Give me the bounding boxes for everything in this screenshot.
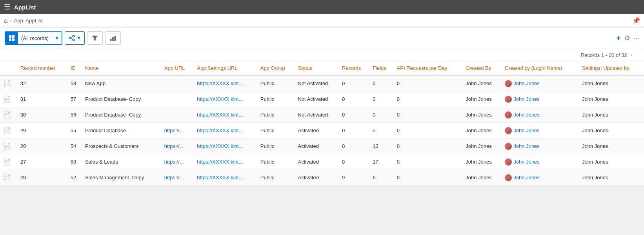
cell-created-by: John Jones — [462, 154, 502, 170]
col-header-app-url[interactable]: App URL — [161, 61, 194, 75]
avatar-link[interactable]: John Jones — [505, 111, 576, 118]
row-doc-icon: 📄 — [3, 80, 11, 87]
table-row: 📄3056Product Database- Copyhttps://XXXXX… — [0, 107, 644, 123]
col-header-app-group[interactable]: App Group — [257, 61, 295, 75]
cell-app-settings-url[interactable]: https://XXXXX.kint... — [194, 138, 257, 154]
avatar-link[interactable]: John Jones — [505, 127, 576, 134]
cell-name: Product Database- Copy — [82, 107, 161, 123]
svg-point-4 — [69, 37, 71, 39]
cell-app-settings-url[interactable]: https://XXXXX.kint... — [194, 154, 257, 170]
cell-app-group: Public — [257, 91, 295, 107]
pin-icon[interactable]: 📌 — [632, 17, 640, 24]
row-doc-icon: 📄 — [3, 158, 11, 165]
cell-status: Not Activated — [295, 107, 339, 123]
cell-name: Product Database — [82, 123, 161, 138]
cell-status: Not Activated — [295, 75, 339, 91]
avatar-link[interactable]: John Jones — [505, 143, 576, 150]
cell-app-url[interactable]: https://... — [161, 123, 194, 138]
view-label: (All records) — [18, 35, 52, 41]
cell-status: Activated — [295, 123, 339, 138]
col-header-name[interactable]: Name — [82, 61, 161, 75]
cell-created-by: John Jones — [462, 123, 502, 138]
cell-api-requests: 0 — [394, 75, 463, 91]
cell-app-settings-url[interactable]: https://XXXXX.kint... — [194, 170, 257, 186]
col-header-updated-by[interactable]: Settings: Updated by — [579, 61, 644, 75]
col-header-id[interactable]: ID — [67, 61, 82, 75]
cell-app-settings-url[interactable]: https://XXXXX.kint... — [194, 107, 257, 123]
avatar-link[interactable]: John Jones — [505, 80, 576, 87]
menu-icon[interactable]: ☰ — [4, 3, 10, 11]
cell-app-url[interactable] — [161, 91, 194, 107]
svg-rect-2 — [9, 38, 11, 41]
cell-updated-by: John Jones — [579, 154, 644, 170]
breadcrumb: ⌂ › App: AppList 📌 — [0, 14, 644, 27]
view-grid-icon — [5, 32, 18, 44]
cell-name: Product Database- Copy — [82, 91, 161, 107]
cell-created-by-login[interactable]: John Jones — [502, 138, 579, 154]
cell-app-url[interactable] — [161, 107, 194, 123]
connect-button[interactable]: ▼ — [65, 31, 85, 45]
cell-app-group: Public — [257, 107, 295, 123]
cell-created-by-login[interactable]: John Jones — [502, 75, 579, 91]
cell-app-group: Public — [257, 123, 295, 138]
svg-point-6 — [73, 39, 75, 41]
add-button[interactable]: + — [616, 34, 621, 43]
col-header-created-by[interactable]: Created By — [462, 61, 502, 75]
app-list-table: Record number ID Name App URL App Settin… — [0, 61, 644, 186]
avatar-link[interactable]: John Jones — [505, 96, 576, 103]
app-title: AppList — [14, 4, 36, 11]
col-header-api-requests[interactable]: API Requests per Day — [394, 61, 463, 75]
col-header-records[interactable]: Records — [339, 61, 369, 75]
svg-rect-11 — [112, 37, 114, 41]
col-header-fields[interactable]: Fields — [369, 61, 394, 75]
cell-app-url[interactable]: https://... — [161, 154, 194, 170]
more-button[interactable]: ··· — [633, 34, 639, 42]
cell-record-number: 26 — [17, 170, 67, 186]
svg-point-5 — [73, 35, 75, 37]
cell-app-url[interactable]: https://... — [161, 138, 194, 154]
cell-app-settings-url[interactable]: https://XXXXX.kint... — [194, 91, 257, 107]
cell-app-url[interactable] — [161, 75, 194, 91]
settings-button[interactable]: ⚙ — [624, 34, 630, 42]
avatar — [505, 127, 512, 134]
cell-app-settings-url[interactable]: https://XXXXX.kint... — [194, 123, 257, 138]
cell-created-by-login[interactable]: John Jones — [502, 154, 579, 170]
cell-records: 0 — [339, 75, 369, 91]
cell-api-requests: 0 — [394, 123, 463, 138]
cell-created-by: John Jones — [462, 91, 502, 107]
cell-created-by-login[interactable]: John Jones — [502, 123, 579, 138]
filter-button[interactable] — [87, 31, 103, 45]
chart-button[interactable] — [105, 31, 121, 45]
col-header-record-number[interactable]: Record number — [17, 61, 67, 75]
cell-app-settings-url[interactable]: https://XXXXX.kint... — [194, 75, 257, 91]
view-dropdown-arrow[interactable]: ▼ — [52, 32, 62, 44]
svg-rect-10 — [110, 39, 112, 41]
view-selector[interactable]: (All records) ▼ — [5, 31, 62, 45]
cell-created-by: John Jones — [462, 170, 502, 186]
avatar-link[interactable]: John Jones — [505, 174, 576, 181]
records-next-arrow[interactable]: › — [630, 51, 632, 58]
cell-app-url[interactable]: https://... — [161, 170, 194, 186]
avatar-link[interactable]: John Jones — [505, 158, 576, 166]
col-header-status[interactable]: Status — [295, 61, 339, 75]
breadcrumb-separator: › — [10, 18, 12, 24]
cell-created-by-login[interactable]: John Jones — [502, 91, 579, 107]
cell-api-requests: 0 — [394, 91, 463, 107]
cell-record-number: 31 — [17, 91, 67, 107]
cell-app-group: Public — [257, 75, 295, 91]
cell-created-by-login[interactable]: John Jones — [502, 170, 579, 186]
col-header-app-settings-url[interactable]: App Settings URL — [194, 61, 257, 75]
cell-api-requests: 0 — [394, 138, 463, 154]
row-doc-icon: 📄 — [3, 143, 11, 149]
table-row: 📄2753Sales & Leadshttps://...https://XXX… — [0, 154, 644, 170]
home-icon[interactable]: ⌂ — [4, 17, 8, 24]
cell-updated-by: John Jones — [579, 170, 644, 186]
cell-records: 0 — [339, 154, 369, 170]
cell-record-number: 29 — [17, 123, 67, 138]
cell-api-requests: 0 — [394, 107, 463, 123]
cell-records: 9 — [339, 170, 369, 186]
cell-records: 0 — [339, 91, 369, 107]
cell-created-by-login[interactable]: John Jones — [502, 107, 579, 123]
col-header-created-by-login[interactable]: Created by (Login Name) — [502, 61, 579, 75]
svg-rect-3 — [12, 38, 15, 41]
